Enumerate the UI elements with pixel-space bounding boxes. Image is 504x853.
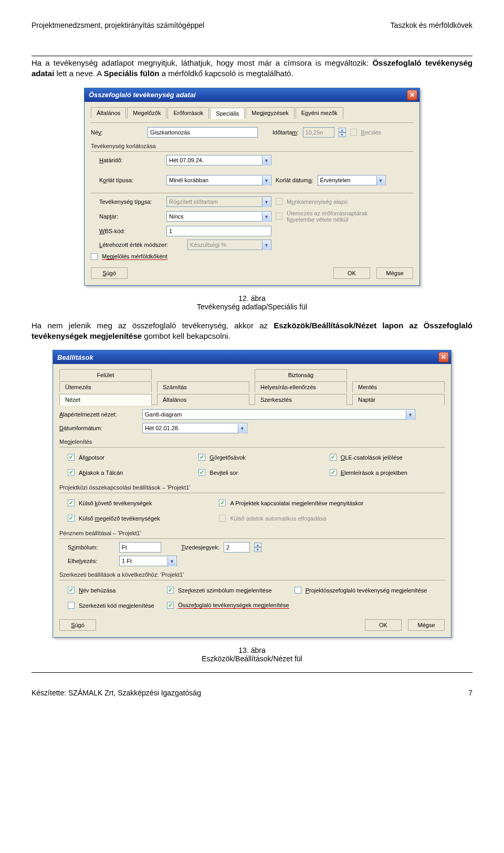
- letre-label: Létrehozott érték módszer:: [99, 242, 183, 248]
- tizedes-input[interactable]: 2: [224, 542, 250, 553]
- ablak-checkbox[interactable]: [68, 469, 75, 476]
- footer-left: Készítette: SZÁMALK Zrt, Szakképzési Iga…: [32, 689, 201, 697]
- naptar-combo[interactable]: Nincs ▼: [166, 211, 271, 222]
- alap-nezet-label: Alapértelmezett nézet:: [59, 411, 138, 418]
- chevron-down-icon: ▼: [262, 197, 270, 207]
- cancel-button[interactable]: Mégse: [376, 267, 413, 279]
- tab-naptar[interactable]: Naptár: [352, 394, 445, 405]
- header-rule: [32, 56, 472, 56]
- bevitel-checkbox[interactable]: [198, 469, 205, 476]
- help-button[interactable]: Súgó: [59, 619, 96, 631]
- tab-felulet[interactable]: Felület: [59, 369, 152, 380]
- projossz-label: Projektösszefoglaló tevékenység megjelen…: [306, 587, 427, 594]
- szerkszimb-checkbox[interactable]: [167, 587, 174, 594]
- page-header: Projektmenedzsment, projektirányítás szá…: [32, 21, 472, 29]
- tab-altalanos[interactable]: Általános: [91, 107, 126, 119]
- elhelyezes-combo[interactable]: 1 Ft ▼: [119, 556, 177, 566]
- korlat-datum-combo[interactable]: Érvénytelen ▼: [318, 175, 386, 185]
- chevron-down-icon[interactable]: ▼: [238, 424, 246, 433]
- caption-2: 13. ábra Eszközök/Beállítások/Nézet fül: [32, 646, 472, 663]
- ossztev-label: Összefoglaló tevékenységek megjelenítése: [178, 602, 289, 609]
- kulso-adatok-checkbox: [219, 515, 226, 522]
- chevron-down-icon[interactable]: ▼: [376, 176, 385, 185]
- elhelyezes-value: 1 Ft: [122, 558, 132, 564]
- tab-specialis[interactable]: Speciális: [210, 108, 245, 119]
- wbs-label: WBS-kód:: [99, 228, 162, 234]
- p2-prefix: Ha nem jelenik meg az összefoglaló tevék…: [32, 321, 274, 330]
- tizedes-label: Tizedesjegyek:: [181, 544, 219, 550]
- help-button[interactable]: Súgó: [91, 267, 128, 279]
- kulso-megel-checkbox[interactable]: [68, 515, 75, 522]
- merfoldko-label: Megjelölés mérföldkőként: [102, 253, 167, 260]
- ok-button[interactable]: OK: [365, 619, 402, 631]
- merfoldko-checkbox[interactable]: [91, 253, 98, 260]
- alap-nezet-value: Gantt-diagram: [145, 411, 182, 418]
- tab-mentes[interactable]: Mentés: [352, 381, 445, 392]
- page-footer: Készítette: SZÁMALK Zrt, Szakképzési Iga…: [32, 689, 472, 697]
- tab-utemezes[interactable]: Ütemezés: [59, 381, 152, 392]
- p2-suffix: gombot kell bekapcsolni.: [144, 331, 230, 340]
- becsles-checkbox: [350, 129, 357, 136]
- kulso-koveto-checkbox[interactable]: [68, 500, 75, 506]
- tab-eroforrasok[interactable]: Erőforrások: [167, 107, 209, 119]
- caption-1-text: Tevékenység adatlap/Speciális fül: [32, 303, 472, 311]
- tab-biztonsag[interactable]: Biztonság: [255, 369, 347, 380]
- munka-checkbox: [276, 198, 282, 205]
- allapot-checkbox[interactable]: [68, 454, 75, 461]
- p1-bold2: Speciális fülön: [104, 69, 160, 78]
- korlat-tipus-combo[interactable]: Minél korábban ▼: [166, 175, 271, 185]
- hatarido-value: Hét 07.09.24.: [169, 157, 204, 163]
- alap-nezet-combo[interactable]: Gantt-diagram ▼: [142, 409, 415, 420]
- ole-checkbox[interactable]: [330, 454, 337, 461]
- chevron-down-icon[interactable]: ▼: [406, 410, 414, 420]
- projossz-checkbox[interactable]: [295, 587, 301, 594]
- tab-egyenimezok[interactable]: Egyéni mezők: [296, 107, 343, 119]
- task-info-title: Összefoglaló tevékenység adatai: [89, 91, 196, 99]
- chevron-down-icon[interactable]: ▼: [167, 557, 176, 566]
- nevbeh-checkbox[interactable]: [68, 587, 75, 594]
- chevron-down-icon[interactable]: ▼: [262, 156, 270, 165]
- close-icon[interactable]: ✕: [407, 90, 417, 100]
- tab-szerkesztes[interactable]: Szerkesztés: [255, 394, 347, 405]
- nev-input[interactable]: Giszkartonozás: [148, 127, 258, 138]
- utemezes-label: Ütemezés az erőforrásnaptárak figyelembe…: [287, 210, 397, 223]
- korlat-tipus-label: Korlát típusa:: [99, 177, 162, 183]
- kulso-megel-label: Külső megelőző tevékenységek: [79, 515, 160, 522]
- elemle-checkbox[interactable]: [330, 469, 337, 476]
- hatarido-combo[interactable]: Hét 07.09.24. ▼: [166, 155, 271, 165]
- caption-1: 12. ábra Tevékenység adatlap/Speciális f…: [32, 294, 472, 311]
- header-left: Projektmenedzsment, projektirányítás szá…: [32, 21, 204, 29]
- chevron-down-icon[interactable]: ▼: [262, 212, 270, 222]
- close-icon[interactable]: ✕: [438, 352, 449, 362]
- tab-megjegyzesek[interactable]: Megjegyzések: [246, 107, 294, 119]
- settings-titlebar: Beállítások ✕: [53, 350, 451, 364]
- korlat-datum-value: Érvénytelen: [320, 177, 351, 183]
- cancel-button[interactable]: Mégse: [408, 619, 445, 631]
- paragraph-1: Ha a tevékenység adatlapot megnyitjuk, l…: [32, 58, 472, 79]
- datumformat-combo[interactable]: Hét 02.01.28. ▼: [142, 423, 247, 433]
- proj-kapcs-checkbox[interactable]: [219, 500, 226, 506]
- ole-label: OLE-csatolások jelölése: [341, 454, 403, 461]
- tab-altalanos2[interactable]: Általános: [157, 394, 249, 405]
- tevtipus-label: Tevékenység típusa:: [99, 199, 162, 205]
- szimbolum-input[interactable]: Ft: [119, 542, 161, 553]
- wbs-input[interactable]: 1: [166, 226, 271, 236]
- tab-helyesiras[interactable]: Helyesírás-ellenőrzés: [255, 381, 347, 392]
- szimbolum-label: Szimbólum:: [68, 544, 115, 550]
- kulso-adatok-label: Külső adatok automatikus elfogadása: [230, 515, 326, 522]
- hatarido-label: Határidő:: [99, 157, 162, 163]
- szerkkod-checkbox[interactable]: [68, 602, 75, 609]
- tab-megelozok[interactable]: Megelőzők: [127, 107, 166, 119]
- gorget-checkbox[interactable]: [198, 454, 205, 461]
- allapot-label: Állapotsor: [79, 454, 104, 461]
- tab-szamitas[interactable]: Számítás: [157, 381, 249, 392]
- ablak-label: Ablakok a Tálcán: [79, 470, 123, 476]
- ossztev-checkbox[interactable]: [167, 602, 174, 609]
- footer-rule: [32, 672, 472, 673]
- ok-button[interactable]: OK: [333, 267, 370, 279]
- tizedes-spinner[interactable]: ▲▼: [254, 543, 261, 552]
- caption-2-num: 13. ábra: [32, 646, 472, 654]
- chevron-down-icon[interactable]: ▼: [262, 176, 270, 185]
- group-szerkezeti: Szerkezeti beállítások a következőhöz: '…: [59, 571, 445, 578]
- p1-suffix: a mérföldkő kapcsoló is megtalálható.: [162, 69, 293, 78]
